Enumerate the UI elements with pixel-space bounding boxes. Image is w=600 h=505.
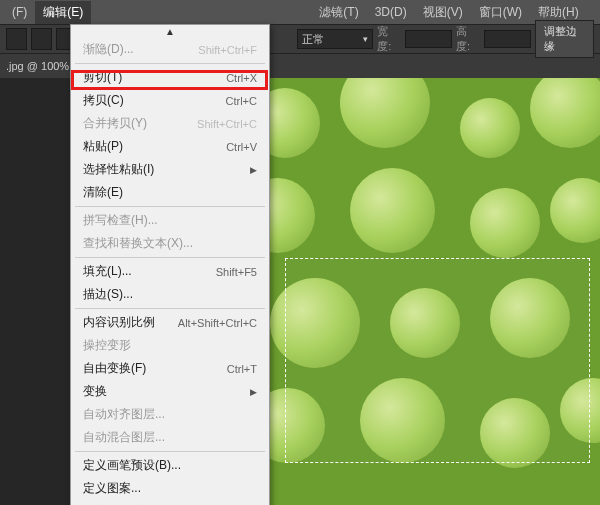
menu-cut[interactable]: 剪切(T) Ctrl+X [71, 66, 269, 89]
menu-content-aware-scale[interactable]: 内容识别比例 Alt+Shift+Ctrl+C [71, 311, 269, 334]
menu-copy[interactable]: 拷贝(C) Ctrl+C [71, 89, 269, 112]
separator [75, 257, 265, 258]
separator [75, 63, 265, 64]
menu-auto-align: 自动对齐图层... [71, 403, 269, 426]
edit-menu-dropdown: ▲ 渐隐(D)... Shift+Ctrl+F 剪切(T) Ctrl+X 拷贝(… [70, 24, 270, 505]
marquee-selection [285, 258, 590, 463]
menu-copy-merged: 合并拷贝(Y) Shift+Ctrl+C [71, 112, 269, 135]
canvas[interactable] [230, 78, 600, 505]
menu-clear[interactable]: 清除(E) [71, 181, 269, 204]
tool-icon-2[interactable] [31, 28, 52, 50]
menu-define-pattern[interactable]: 定义图案... [71, 477, 269, 500]
menu-define-shape: 自定义自定形状... [71, 500, 269, 505]
separator [75, 451, 265, 452]
width-label: 宽度: [377, 24, 401, 54]
scroll-up-arrow[interactable]: ▲ [71, 25, 269, 38]
menu-filter[interactable]: 滤镜(T) [311, 1, 366, 24]
separator [75, 308, 265, 309]
separator [75, 206, 265, 207]
height-label: 高度: [456, 24, 480, 54]
width-input[interactable] [405, 30, 452, 48]
submenu-arrow-icon: ▶ [250, 165, 257, 175]
menu-auto-blend: 自动混合图层... [71, 426, 269, 449]
menu-window[interactable]: 窗口(W) [471, 1, 530, 24]
mode-label: 正常 [302, 32, 324, 47]
menu-stroke[interactable]: 描边(S)... [71, 283, 269, 306]
menu-paste-special[interactable]: 选择性粘贴(I) ▶ [71, 158, 269, 181]
menu-define-brush[interactable]: 定义画笔预设(B)... [71, 454, 269, 477]
height-input[interactable] [484, 30, 531, 48]
menu-3d[interactable]: 3D(D) [367, 2, 415, 22]
mode-dropdown[interactable]: 正常 ▾ [297, 29, 373, 49]
tool-icon-1[interactable] [6, 28, 27, 50]
menu-paste[interactable]: 粘贴(P) Ctrl+V [71, 135, 269, 158]
menu-transform[interactable]: 变换 ▶ [71, 380, 269, 403]
menu-file[interactable]: (F) [4, 2, 35, 22]
menu-fade: 渐隐(D)... Shift+Ctrl+F [71, 38, 269, 61]
menu-find-replace: 查找和替换文本(X)... [71, 232, 269, 255]
menubar: (F) 编辑(E) 滤镜(T) 3D(D) 视图(V) 窗口(W) 帮助(H) [0, 0, 600, 24]
menu-spell-check: 拼写检查(H)... [71, 209, 269, 232]
chevron-down-icon: ▾ [363, 34, 368, 44]
menu-view[interactable]: 视图(V) [415, 1, 471, 24]
menu-fill[interactable]: 填充(L)... Shift+F5 [71, 260, 269, 283]
menu-edit[interactable]: 编辑(E) [35, 1, 91, 24]
submenu-arrow-icon: ▶ [250, 387, 257, 397]
menu-free-transform[interactable]: 自由变换(F) Ctrl+T [71, 357, 269, 380]
menu-puppet-warp: 操控变形 [71, 334, 269, 357]
refine-edge-button[interactable]: 调整边缘 [535, 20, 594, 58]
